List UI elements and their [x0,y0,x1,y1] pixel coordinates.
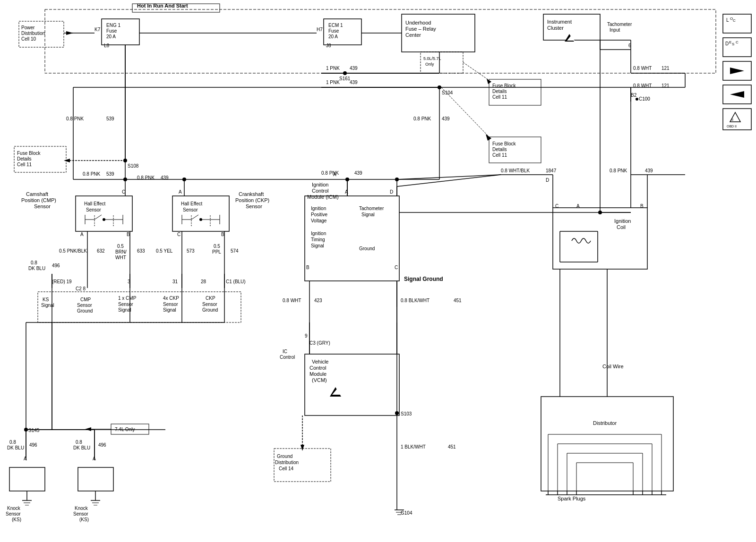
svg-text:KS: KS [43,297,49,302]
svg-text:Signal: Signal [311,243,324,248]
svg-text:C: C [122,189,125,195]
svg-text:L: L [726,17,729,23]
svg-text:0.8 PNK: 0.8 PNK [610,168,627,173]
svg-marker-109 [64,159,70,162]
svg-text:Coil: Coil [617,224,626,230]
svg-text:J8: J8 [326,43,331,48]
svg-text:S145: S145 [28,428,40,433]
svg-text:423: 423 [314,298,322,303]
svg-text:5.0L/5.7L: 5.0L/5.7L [423,56,441,61]
svg-text:D: D [725,41,729,46]
svg-text:4x CKP: 4x CKP [163,296,179,301]
svg-text:Control: Control [280,355,295,360]
svg-rect-270 [9,467,45,491]
svg-text:7.4L Only: 7.4L Only [115,427,135,432]
svg-text:Ignition: Ignition [614,218,631,224]
svg-text:0.8 PNK: 0.8 PNK [66,116,84,121]
svg-text:1 BLK/WHT: 1 BLK/WHT [401,444,426,449]
svg-text:Knock: Knock [7,506,21,511]
svg-text:Timing: Timing [311,237,325,242]
svg-text:Sensor: Sensor [246,203,262,209]
svg-text:ENG 1: ENG 1 [106,23,120,28]
svg-text:28: 28 [201,279,206,284]
svg-text:Crankshaft: Crankshaft [239,191,264,197]
svg-text:B: B [640,203,644,209]
svg-text:632: 632 [97,248,105,254]
svg-text:BRN/: BRN/ [115,249,127,254]
svg-text:Sensor: Sensor [77,303,92,308]
svg-text:E: E [729,40,731,44]
svg-text:L8: L8 [104,43,110,48]
svg-text:Center: Center [405,32,421,38]
svg-marker-281 [85,427,91,431]
svg-text:OBD II: OBD II [727,125,737,128]
svg-text:Hall Effect: Hall Effect [84,201,106,206]
svg-text:Voltage: Voltage [311,218,327,223]
svg-text:Sensor: Sensor [202,302,217,307]
svg-text:Instrument: Instrument [547,19,572,25]
svg-text:0.8 WHT: 0.8 WHT [633,66,652,71]
svg-text:Tachometer: Tachometer [607,22,632,27]
svg-text:Distribution: Distribution [21,31,45,36]
svg-text:B: B [221,232,224,237]
svg-text:(VCM): (VCM) [312,377,327,383]
svg-text:B2: B2 [631,93,637,98]
svg-text:Fuse – Relay: Fuse – Relay [405,26,436,32]
svg-text:0.8 WHT/BLK: 0.8 WHT/BLK [501,168,530,173]
svg-point-137 [199,218,202,221]
svg-text:121: 121 [662,66,670,71]
svg-text:1 x CMP: 1 x CMP [118,296,137,301]
svg-text:C1 (BLU): C1 (BLU) [226,279,246,284]
svg-line-60 [463,62,489,80]
svg-text:Ignition: Ignition [311,206,326,211]
svg-text:539: 539 [106,171,114,177]
svg-text:Ground: Ground [202,307,218,313]
svg-text:Only: Only [425,62,434,67]
svg-text:Signal: Signal [163,307,176,313]
svg-text:PPL: PPL [212,249,221,254]
svg-text:S103: S103 [401,411,412,416]
svg-text:CMP: CMP [80,297,91,302]
svg-text:0.5: 0.5 [214,244,220,249]
svg-text:Cell 11: Cell 11 [492,152,507,158]
svg-text:Fuse Block: Fuse Block [492,141,516,146]
svg-text:0.8 PNK: 0.8 PNK [321,170,339,176]
svg-text:439: 439 [354,170,362,176]
svg-text:31: 31 [172,279,178,284]
svg-text:439: 439 [645,168,653,173]
svg-text:573: 573 [187,248,195,254]
svg-text:Signal: Signal [361,212,375,217]
svg-line-119 [94,215,102,220]
svg-text:1 PNK: 1 PNK [326,66,340,71]
svg-text:C: C [555,203,558,209]
svg-text:633: 633 [137,248,145,254]
svg-text:0.8: 0.8 [31,260,37,265]
svg-text:D: D [546,178,549,183]
svg-text:C3 (GRY): C3 (GRY) [309,340,330,346]
svg-text:A: A [345,189,348,195]
svg-text:S108: S108 [128,163,139,169]
svg-text:0.5 PNK/BLK: 0.5 PNK/BLK [59,248,87,254]
svg-text:(KS): (KS) [79,517,89,522]
svg-text:0.8: 0.8 [9,440,16,445]
svg-text:Sensor: Sensor [183,207,198,212]
svg-text:C: C [395,265,398,270]
svg-text:Module: Module [309,371,326,377]
svg-text:Sensor: Sensor [34,203,51,209]
svg-text:C2 8: C2 8 [76,286,86,291]
svg-text:C: C [736,40,739,44]
diagram-container: L O C D E S C II OBD II Hot In Run And S… [0,0,756,542]
svg-text:Cell 11: Cell 11 [17,162,32,167]
svg-text:439: 439 [442,116,450,121]
svg-text:ECM 1: ECM 1 [328,23,343,28]
svg-text:A: A [333,172,336,177]
svg-text:Ignition: Ignition [311,231,326,236]
svg-rect-287 [78,467,113,491]
svg-text:9: 9 [305,333,308,339]
svg-text:Sensor: Sensor [86,207,101,212]
svg-marker-10 [730,68,744,74]
svg-text:Camshaft: Camshaft [26,191,48,197]
svg-text:0.5 YEL: 0.5 YEL [156,248,173,254]
svg-text:Control: Control [309,365,326,371]
svg-text:Distribution: Distribution [275,460,299,465]
